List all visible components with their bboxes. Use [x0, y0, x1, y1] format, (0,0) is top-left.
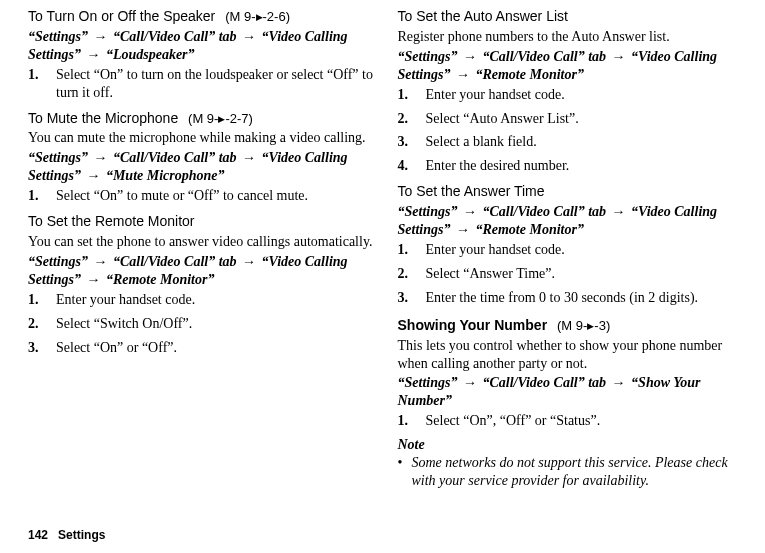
heading-speaker: To Turn On or Off the Speaker (M 9-▶-2-6…	[28, 8, 374, 26]
heading-text: To Set the Answer Time	[398, 183, 545, 199]
page-footer: 142 Settings	[28, 528, 105, 543]
note-heading: Note	[398, 436, 744, 454]
steps-list: Select “On”, “Off” or “Status”.	[398, 412, 744, 430]
step-item: Enter your handset code.	[28, 291, 374, 309]
step-item: Select “Auto Answer List”.	[398, 110, 744, 128]
heading-remote-monitor: To Set the Remote Monitor	[28, 213, 374, 231]
heading-ref: (M 9-▶-2-6)	[225, 9, 290, 24]
triangle-icon: ▶	[256, 12, 263, 22]
steps-list: Enter your handset code. Select “Switch …	[28, 291, 374, 357]
columns: To Turn On or Off the Speaker (M 9-▶-2-6…	[28, 8, 743, 490]
steps-list: Select “On” to turn on the loudspeaker o…	[28, 66, 374, 102]
step-item: Select “Switch On/Off”.	[28, 315, 374, 333]
note-body: Some networks do not support this servic…	[398, 454, 744, 490]
heading-text: To Mute the Microphone	[28, 110, 178, 126]
nav-path: “Settings” → “Call/Video Call” tab → “Vi…	[28, 28, 374, 64]
step-item: Select a blank field.	[398, 133, 744, 151]
nav-path: “Settings” → “Call/Video Call” tab → “Vi…	[28, 253, 374, 289]
body-text: You can mute the microphone while making…	[28, 129, 374, 147]
nav-path: “Settings” → “Call/Video Call” tab → “Vi…	[398, 203, 744, 239]
manual-page: To Turn On or Off the Speaker (M 9-▶-2-6…	[0, 0, 765, 553]
step-item: Select “On” to mute or “Off” to cancel m…	[28, 187, 374, 205]
steps-list: Enter your handset code. Select “Auto An…	[398, 86, 744, 176]
heading-answer-time: To Set the Answer Time	[398, 183, 744, 201]
body-text: This lets you control whether to show yo…	[398, 337, 744, 373]
nav-path: “Settings” → “Call/Video Call” tab → “Vi…	[28, 149, 374, 185]
body-text: Register phone numbers to the Auto Answe…	[398, 28, 744, 46]
heading-text: To Turn On or Off the Speaker	[28, 8, 215, 24]
page-number: 142	[28, 528, 48, 542]
step-item: Select “Answer Time”.	[398, 265, 744, 283]
step-item: Select “On” to turn on the loudspeaker o…	[28, 66, 374, 102]
heading-ref: (M 9-▶-2-7)	[188, 111, 253, 126]
heading-ref: (M 9-▶-3)	[557, 318, 610, 333]
step-item: Enter the desired number.	[398, 157, 744, 175]
nav-path: “Settings” → “Call/Video Call” tab → “Vi…	[398, 48, 744, 84]
footer-section: Settings	[58, 528, 105, 542]
step-item: Enter your handset code.	[398, 241, 744, 259]
steps-list: Enter your handset code. Select “Answer …	[398, 241, 744, 307]
step-item: Enter your handset code.	[398, 86, 744, 104]
body-text: You can set the phone to answer video ca…	[28, 233, 374, 251]
heading-text: To Set the Auto Answer List	[398, 8, 568, 24]
nav-path: “Settings” → “Call/Video Call” tab → “Sh…	[398, 374, 744, 410]
heading-mute: To Mute the Microphone (M 9-▶-2-7)	[28, 110, 374, 128]
step-item: Select “On” or “Off”.	[28, 339, 374, 357]
step-item: Select “On”, “Off” or “Status”.	[398, 412, 744, 430]
heading-text: Showing Your Number	[398, 317, 548, 333]
heading-text: To Set the Remote Monitor	[28, 213, 195, 229]
left-column: To Turn On or Off the Speaker (M 9-▶-2-6…	[28, 8, 374, 490]
step-item: Enter the time from 0 to 30 seconds (in …	[398, 289, 744, 307]
right-column: To Set the Auto Answer List Register pho…	[398, 8, 744, 490]
steps-list: Select “On” to mute or “Off” to cancel m…	[28, 187, 374, 205]
heading-auto-answer-list: To Set the Auto Answer List	[398, 8, 744, 26]
heading-show-number: Showing Your Number (M 9-▶-3)	[398, 317, 744, 335]
